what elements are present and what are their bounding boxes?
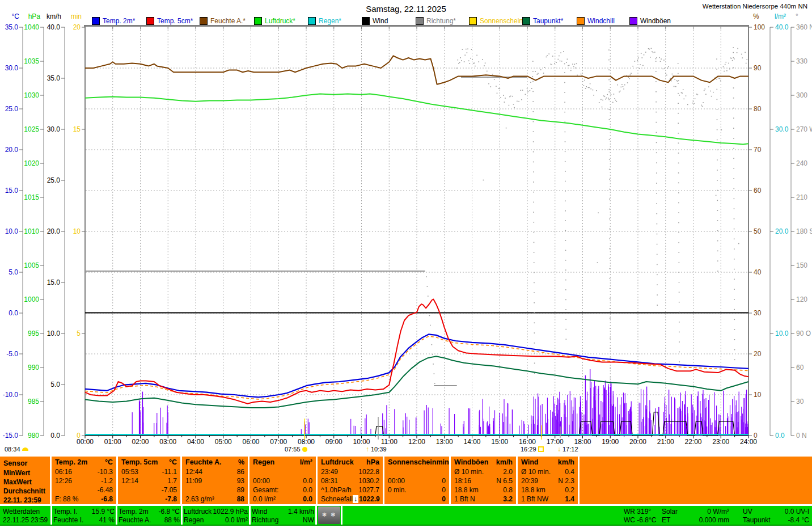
stats-col-header: Regenl/m² — [249, 457, 316, 467]
stats-row: ^1.0hPa/h1027.7 — [318, 485, 383, 495]
current-cell-1: Temp. I.15.9 °CFeuchte I.41 % — [53, 507, 115, 523]
svg-text:23:00: 23:00 — [712, 438, 729, 446]
svg-text:20.0: 20.0 — [5, 146, 19, 154]
svg-text:90 O: 90 O — [796, 330, 811, 337]
svg-text:14:00: 14:00 — [463, 438, 480, 446]
svg-text:%: % — [753, 12, 759, 20]
marker-time: 16:29 — [521, 446, 536, 453]
current-right-2: 0 W/m²0.000 mm — [685, 507, 729, 523]
svg-text:19:00: 19:00 — [602, 438, 619, 446]
stats-row: 0.0 l/m²0.0 — [249, 495, 316, 504]
svg-text:hPa: hPa — [28, 12, 41, 20]
svg-text:1005: 1005 — [24, 261, 39, 269]
marker-time: 10:39 — [371, 446, 387, 453]
svg-text:17:00: 17:00 — [547, 438, 564, 446]
current-line: Feuchte I.41 % — [53, 516, 115, 524]
svg-text:270 W: 270 W — [796, 125, 812, 133]
svg-text:08:00: 08:00 — [298, 438, 315, 446]
current-right-1: SolarET — [662, 507, 678, 523]
svg-text:5: 5 — [77, 330, 81, 337]
svg-text:10.0: 10.0 — [47, 330, 61, 337]
svg-text:30.0: 30.0 — [5, 64, 19, 72]
svg-text:100: 100 — [754, 23, 765, 31]
stats-col-header: Sonnenscheinmin — [384, 457, 449, 467]
stats-row: 00:000.0 — [249, 476, 316, 485]
svg-text:300: 300 — [796, 91, 807, 99]
sunset-icon — [538, 446, 544, 452]
svg-text:1035: 1035 — [24, 57, 39, 65]
svg-text:22:00: 22:00 — [684, 438, 701, 446]
x-axis-labels: 00:0001:0002:0003:0004:0005:0006:0007:00… — [77, 438, 757, 446]
svg-text:06:00: 06:00 — [242, 438, 259, 446]
current-line: Regen0.0 l/m² — [184, 516, 248, 524]
svg-text:980: 980 — [28, 432, 39, 440]
marker-time: 07:55 — [285, 446, 301, 453]
current-line: Feuchte A.88 % — [119, 516, 180, 524]
svg-text:20: 20 — [754, 350, 762, 358]
stats-col-sensor: SensorMinWertMaxWertDurchschnitt22.11. 2… — [0, 457, 52, 504]
svg-text:0.0: 0.0 — [775, 432, 785, 440]
svg-text:30.0: 30.0 — [775, 125, 789, 133]
svg-text:240: 240 — [796, 159, 807, 167]
series-richtung — [85, 47, 747, 388]
stats-col-feuchte-a: Feuchte A.%12:448611:0993892.63 g/m³88 — [182, 457, 249, 504]
stats-row: -7.8 — [118, 495, 180, 504]
current-line: ET — [662, 516, 678, 524]
svg-text:09:00: 09:00 — [325, 438, 342, 446]
svg-text:330: 330 — [796, 57, 807, 65]
stats-row: 05:53-11.1 — [118, 467, 180, 476]
svg-text:02:00: 02:00 — [132, 438, 149, 446]
stats-row — [249, 467, 316, 476]
stats-row-label: Durchschnitt — [0, 487, 50, 496]
svg-text:10: 10 — [754, 391, 762, 399]
stats-col-windb-en: Windböenkm/hØ 10 min.2.018:16N 6.518.8 k… — [451, 457, 518, 504]
separator — [181, 506, 183, 525]
svg-text:21:00: 21:00 — [657, 438, 674, 446]
stats-col-wind: Windkm/hØ 10 min.0.420:39N 2.318.8 km0.2… — [518, 457, 580, 504]
marker-16-29: 16:29 — [521, 446, 544, 453]
svg-text:40: 40 — [754, 268, 762, 276]
current-line: 0.000 mm — [685, 516, 729, 524]
sun-moon-markers: 08:3407:55↑10:3916:29↓17:12 — [0, 446, 812, 455]
moonset-icon: ↓ — [557, 446, 561, 453]
current-right-4: 0.0 UV-I-8.4 °C — [769, 507, 809, 523]
svg-text:60: 60 — [754, 187, 762, 195]
svg-text:990: 990 — [28, 364, 39, 371]
svg-text:210: 210 — [796, 193, 807, 201]
svg-text:25.0: 25.0 — [5, 105, 19, 113]
current-line: WR 319° — [624, 507, 656, 516]
weather-symbol-icon: ❄ ❄ — [318, 506, 340, 524]
stats-col-header: LuftdruckhPa — [318, 457, 383, 467]
svg-text:1030: 1030 — [24, 91, 39, 99]
current-line: Wind1.4 km/h — [252, 507, 314, 516]
stats-row: 1 Bft N3.2 — [451, 495, 516, 504]
svg-text:15.0: 15.0 — [47, 278, 61, 286]
stats-row: 18.8 km0.8 — [451, 485, 516, 495]
gridlines — [86, 27, 748, 435]
marker-08-34: 08:34 — [5, 446, 28, 453]
stats-row: Gesamt:0.0 — [249, 485, 316, 495]
current-line: Solar — [662, 507, 678, 516]
svg-text:l/m²: l/m² — [775, 12, 786, 20]
svg-text:-10.0: -10.0 — [3, 391, 19, 399]
svg-text:0 N: 0 N — [796, 432, 807, 440]
stats-row: Ø 10 min.0.4 — [518, 467, 578, 476]
svg-text:35.0: 35.0 — [47, 74, 61, 82]
svg-text:150: 150 — [796, 261, 807, 269]
svg-text:15.0: 15.0 — [5, 187, 19, 195]
current-line: -8.4 °C — [769, 516, 809, 524]
stats-col-temp-5cm: Temp. 5cm°C05:53-11.112:141.7-7.05-7.8 — [118, 457, 182, 504]
current-cell-4: Wind1.4 km/hRichtungNW — [252, 507, 314, 523]
sunrise-icon — [22, 447, 28, 451]
svg-text:10: 10 — [73, 227, 81, 235]
svg-text:120: 120 — [796, 295, 807, 303]
svg-text:min: min — [71, 12, 82, 20]
stats-col-header: Windböenkm/h — [451, 457, 516, 467]
stats-row: 20:39N 2.3 — [518, 476, 578, 485]
weather-station-window: Samstag, 22.11.2025 Wetterstation Nieder… — [0, 0, 812, 528]
svg-text:18:00: 18:00 — [574, 438, 591, 446]
stats-row: -7.05 — [118, 485, 180, 495]
sun-icon — [302, 447, 307, 452]
stats-row-label: MaxWert — [0, 478, 50, 487]
svg-text:1025: 1025 — [24, 125, 39, 133]
